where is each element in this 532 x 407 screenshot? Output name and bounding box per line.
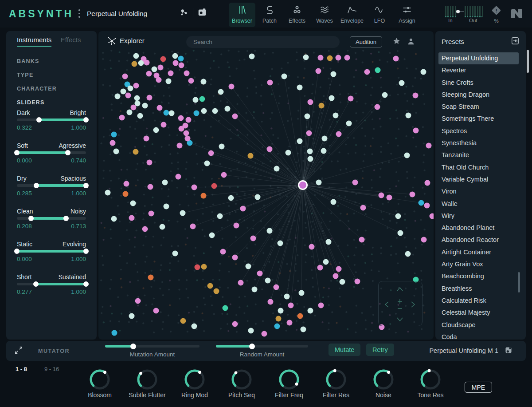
preset-dot[interactable] [278,241,283,246]
preset-dot[interactable] [288,303,294,308]
preset-dot[interactable] [192,185,197,190]
preset-item[interactable]: Somethings There [438,113,519,125]
preset-dot[interactable] [211,183,217,189]
save-mutation-icon[interactable] [505,346,512,356]
preset-dot[interactable] [111,216,117,222]
collapse-panel-icon[interactable] [511,36,520,47]
preset-dot[interactable] [248,328,254,334]
preset-dot[interactable] [153,308,159,314]
preset-dot[interactable] [268,299,274,305]
preset-dot[interactable] [274,285,279,290]
preset-dot[interactable] [398,230,403,236]
slider-handle-high[interactable] [83,249,89,254]
preset-dot[interactable] [232,114,238,119]
preset-dot[interactable] [426,143,432,149]
mutator-slider-handle[interactable] [249,344,255,349]
preset-dot[interactable] [123,191,129,197]
favorites-star-icon[interactable] [393,37,400,47]
preset-dot[interactable] [344,55,350,61]
preset-dot[interactable] [267,228,273,234]
slider-handle-high[interactable] [63,216,69,221]
preset-dot[interactable] [240,206,246,212]
preset-dot[interactable] [178,115,184,121]
preset-dot[interactable] [164,204,169,209]
preset-dot[interactable] [142,103,148,109]
preset-dot[interactable] [130,201,136,206]
preset-item[interactable]: Arty Grain Vox [438,258,519,270]
preset-dot[interactable] [255,194,261,200]
preset-dot[interactable] [329,95,335,101]
knob-ring-mod[interactable] [183,367,207,391]
preset-item[interactable]: Airtight Container [438,246,519,258]
preset-dot[interactable] [309,244,315,250]
preset-dot[interactable] [282,74,287,79]
preset-dot[interactable] [421,69,426,75]
io-mini-knob[interactable] [457,11,464,12]
preset-dot[interactable] [157,105,163,111]
preset-dot[interactable] [127,110,133,115]
preset-dot[interactable] [156,77,162,83]
preset-dot[interactable] [307,149,313,154]
preset-dot[interactable] [262,331,267,337]
preset-dot[interactable] [276,316,282,322]
preset-dot[interactable] [316,180,322,186]
preset-dot[interactable] [168,71,174,76]
presets-scrollbar-thumb[interactable] [518,272,520,292]
preset-item[interactable]: Walle [438,198,519,210]
preset-dot[interactable] [122,74,128,79]
preset-dot[interactable] [265,278,271,284]
preset-item[interactable]: Viron [438,186,519,198]
preset-dot[interactable] [132,61,137,67]
preset-item[interactable]: Cloudscape [438,319,519,331]
knob-tone-res[interactable] [419,367,442,391]
preset-dot[interactable] [425,180,430,186]
slider-handle-low[interactable] [28,216,34,221]
preset-dot[interactable] [169,111,175,116]
preset-dot[interactable] [252,287,258,292]
preset-dot[interactable] [185,136,191,142]
preset-dot[interactable] [267,80,273,86]
preset-dot[interactable] [190,224,196,229]
preset-dot[interactable] [148,184,153,190]
preset-dot[interactable] [382,92,388,98]
preset-dot[interactable] [336,55,341,61]
preset-dot[interactable] [195,265,200,270]
preset-dot[interactable] [308,99,313,105]
preset-item[interactable]: Synesthesia [438,137,519,149]
slider-handle-low[interactable] [33,281,39,287]
preset-dot[interactable] [112,330,117,336]
preset-dot[interactable] [430,213,434,219]
preset-dot[interactable] [188,78,194,84]
preset-dot[interactable] [129,313,135,319]
preset-dot[interactable] [379,193,384,198]
preset-dot[interactable] [360,205,366,211]
mutator-slider-track[interactable] [105,345,200,348]
slider-track[interactable] [17,119,86,121]
preset-dot[interactable] [173,60,179,66]
preset-dot[interactable] [317,265,323,271]
preset-dot[interactable] [134,95,140,101]
preset-item[interactable]: Abandoned Planet [438,222,519,234]
preset-dot[interactable] [355,279,360,285]
preset-dot[interactable] [303,55,309,60]
tab-assign[interactable]: Assign [394,3,420,27]
preset-dot[interactable] [137,113,143,119]
preset-dot[interactable] [184,71,190,76]
preset-dot[interactable] [238,280,244,286]
preset-item[interactable]: Coda [438,331,519,340]
tab-waves[interactable]: Waves [311,3,338,27]
macro-page-9-16[interactable]: 9 - 16 [44,366,59,372]
preset-dot[interactable] [375,67,381,73]
preset-dot[interactable] [249,54,255,59]
window-scrollbar-thumb[interactable] [527,50,529,73]
knob-noise[interactable] [372,367,395,391]
preset-dot[interactable] [318,303,324,308]
preset-dot[interactable] [161,122,167,128]
preset-dot[interactable] [184,130,189,136]
slider-handle-high[interactable] [83,117,89,122]
preset-dot[interactable] [286,150,291,156]
preset-dot[interactable] [133,53,139,59]
preset-dot[interactable] [419,200,424,206]
preset-dot[interactable] [228,195,234,201]
preset-dot[interactable] [217,213,223,219]
